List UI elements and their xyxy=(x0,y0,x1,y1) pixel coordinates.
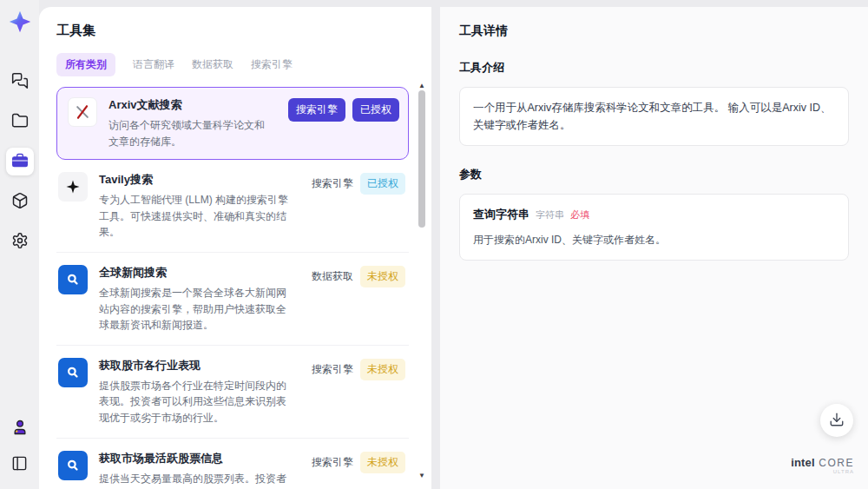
ultra-wordmark: ULTRA xyxy=(791,469,854,475)
category-badge[interactable]: 搜索引擎 xyxy=(288,98,345,122)
category-label: 搜索引擎 xyxy=(312,359,353,377)
intel-wordmark: intel xyxy=(791,456,815,469)
tool-name: Tavily搜索 xyxy=(99,172,300,188)
scrollbar-up-icon[interactable]: ▲ xyxy=(417,82,427,90)
unauthorized-badge: 未授权 xyxy=(360,359,405,380)
chat-icon xyxy=(11,72,29,92)
sparkle-icon xyxy=(58,172,88,202)
arxiv-x-icon xyxy=(68,97,97,127)
tool-card-sector-performance[interactable]: 获取股市各行业表现 提供股票市场各个行业在特定时间段内的表现。投资者可以利用这些… xyxy=(56,346,409,439)
sidebar-bottom xyxy=(0,414,39,479)
tab-search-engine[interactable]: 搜索引擎 xyxy=(251,57,293,72)
folder-icon xyxy=(11,112,29,132)
param-type: 字符串 xyxy=(536,208,564,223)
tab-data-acquisition[interactable]: 数据获取 xyxy=(192,57,233,72)
sidebar-item-plugins[interactable] xyxy=(6,188,34,215)
category-label: 搜索引擎 xyxy=(312,173,353,191)
sidebar-item-chat[interactable] xyxy=(6,68,34,96)
authorized-badge: 已授权 xyxy=(360,173,405,195)
tool-description: 提供股票市场各个行业在特定时间段内的表现。投资者可以利用这些信息来识别表现优于或… xyxy=(99,378,300,426)
parameter-card: 查询字符串 字符串 必填 用于搜索的Arxiv ID、关键字或作者姓名。 xyxy=(459,194,849,261)
download-icon xyxy=(829,412,845,430)
tab-all-categories[interactable]: 所有类别 xyxy=(56,53,115,76)
user-icon xyxy=(11,419,29,439)
category-tabs: 所有类别 语言翻译 数据获取 搜索引擎 xyxy=(56,53,431,76)
sidebar xyxy=(0,0,39,489)
param-required-flag: 必填 xyxy=(570,208,589,223)
tool-name: 全球新闻搜索 xyxy=(99,265,300,281)
tool-card-arxiv[interactable]: Arxiv文献搜索 访问各个研究领域大量科学论文和文章的存储库。 搜索引擎 已授… xyxy=(56,87,409,160)
tool-card-tavily[interactable]: Tavily搜索 专为人工智能代理 (LLM) 构建的搜索引擎工具。可快速提供实… xyxy=(56,160,409,253)
tool-description: 全球新闻搜索是一个聚合全球各大新闻网站内容的搜索引擎，帮助用户快速获取全球最新资… xyxy=(99,285,300,334)
intro-section-title: 工具介绍 xyxy=(459,60,849,76)
authorized-badge[interactable]: 已授权 xyxy=(352,98,399,122)
page-title: 工具集 xyxy=(56,23,431,39)
download-button[interactable] xyxy=(820,404,853,437)
app-window: 工具集 所有类别 语言翻译 数据获取 搜索引擎 Arxiv文献搜索 访问各个研究… xyxy=(0,0,868,489)
param-description: 用于搜索的Arxiv ID、关键字或作者姓名。 xyxy=(473,232,835,248)
search-app-icon xyxy=(58,358,88,387)
tool-intro-text: 一个用于从Arxiv存储库搜索科学论文和文章的工具。 输入可以是Arxiv ID… xyxy=(459,87,849,146)
unauthorized-badge: 未授权 xyxy=(360,266,405,287)
core-wordmark: CORE xyxy=(819,457,854,469)
toolset-panel: 工具集 所有类别 语言翻译 数据获取 搜索引擎 Arxiv文献搜索 访问各个研究… xyxy=(39,7,431,489)
list-scrollbar[interactable]: ▲ ▼ xyxy=(417,82,427,480)
tool-detail-panel: 工具详情 工具介绍 一个用于从Arxiv存储库搜索科学论文和文章的工具。 输入可… xyxy=(440,7,868,489)
tool-name: 获取股市各行业表现 xyxy=(99,358,300,373)
gear-icon xyxy=(11,232,29,252)
app-logo-icon xyxy=(7,9,33,35)
search-app-icon xyxy=(58,451,88,480)
search-app-icon xyxy=(58,265,88,294)
panel-left-icon xyxy=(11,455,28,474)
tool-name: 获取市场最活跃股票信息 xyxy=(99,451,300,466)
tool-description: 访问各个研究领域大量科学论文和文章的存储库。 xyxy=(108,117,277,149)
tab-language-translation[interactable]: 语言翻译 xyxy=(133,57,174,72)
scrollbar-down-icon[interactable]: ▼ xyxy=(417,472,427,480)
category-label: 数据获取 xyxy=(312,266,353,284)
intel-core-logo: intel CORE ULTRA xyxy=(791,454,854,475)
unauthorized-badge: 未授权 xyxy=(360,452,405,473)
category-label: 搜索引擎 xyxy=(312,452,353,470)
sidebar-item-files[interactable] xyxy=(6,108,34,135)
scrollbar-thumb[interactable] xyxy=(418,90,425,228)
tool-card-global-news[interactable]: 全球新闻搜索 全球新闻搜索是一个聚合全球各大新闻网站内容的搜索引擎，帮助用户快速… xyxy=(56,253,409,346)
tool-description: 专为人工智能代理 (LLM) 构建的搜索引擎工具。可快速提供实时、准确和真实的结… xyxy=(99,192,300,241)
sidebar-item-collapse-panel[interactable] xyxy=(6,451,34,479)
tool-card-most-active-stocks[interactable]: 获取市场最活跃股票信息 提供当天交易量最高的股票列表。投资者可以利用这些信息来识… xyxy=(56,439,409,489)
tool-name: Arxiv文献搜索 xyxy=(108,97,277,113)
toolbox-icon xyxy=(11,152,29,172)
params-section-title: 参数 xyxy=(459,167,849,182)
param-name: 查询字符串 xyxy=(473,206,529,224)
sidebar-nav xyxy=(6,68,34,255)
sidebar-item-toolbox[interactable] xyxy=(6,148,34,175)
sidebar-item-profile[interactable] xyxy=(6,414,34,442)
sidebar-item-settings[interactable] xyxy=(6,228,34,255)
package-icon xyxy=(11,192,29,212)
tool-list: Arxiv文献搜索 访问各个研究领域大量科学论文和文章的存储库。 搜索引擎 已授… xyxy=(56,87,409,489)
tool-description: 提供当天交易量最高的股票列表。投资者可以利用这些信息来识别流动性强的股票和潜在的… xyxy=(99,471,300,489)
detail-title: 工具详情 xyxy=(459,23,849,39)
